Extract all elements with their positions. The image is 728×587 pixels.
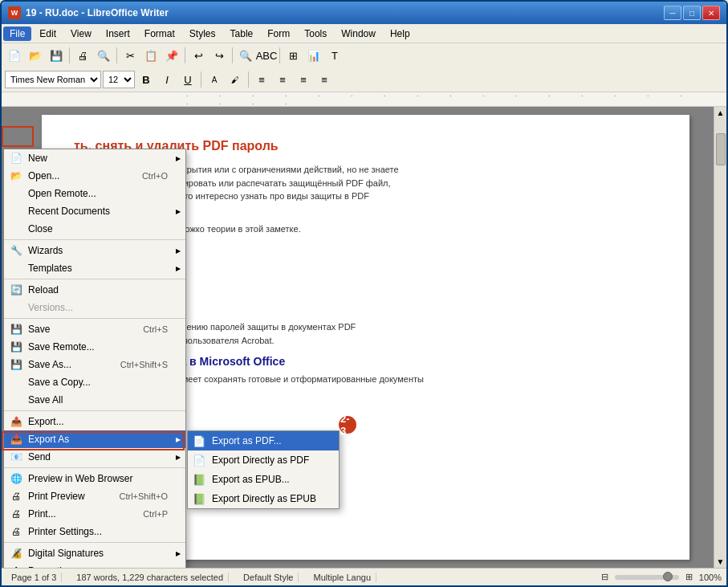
align-left-btn[interactable]: ≡ bbox=[252, 70, 271, 89]
sep2 bbox=[116, 47, 117, 63]
open-btn[interactable]: 📂 bbox=[26, 46, 45, 65]
menu-edit[interactable]: Edit bbox=[33, 26, 63, 41]
ruler: · · · · · · · · · · · · · · · · · · · · bbox=[2, 92, 726, 107]
menu-item-save[interactable]: 💾 Save Ctrl+S bbox=[4, 320, 185, 338]
menu-item-wizards[interactable]: 🔧 Wizards bbox=[4, 242, 185, 259]
save-btn[interactable]: 💾 bbox=[47, 46, 66, 65]
scroll-down-btn[interactable]: ▼ bbox=[717, 557, 725, 568]
find-btn[interactable]: 🔍 bbox=[236, 46, 255, 65]
menu-item-close[interactable]: Close bbox=[4, 220, 185, 238]
open-remote-label: Open Remote... bbox=[28, 188, 96, 199]
menu-item-preview-web[interactable]: 🌐 Preview in Web Browser bbox=[4, 470, 185, 487]
menu-form[interactable]: Form bbox=[261, 26, 296, 41]
menu-item-open[interactable]: 📂 Open... Ctrl+O bbox=[4, 167, 185, 185]
word-count: 187 words, 1,229 characters selected bbox=[71, 573, 229, 582]
direct-pdf-icon: 📄 bbox=[191, 452, 207, 468]
textbox-btn[interactable]: T bbox=[325, 46, 344, 65]
menu-item-recent[interactable]: Recent Documents bbox=[4, 202, 185, 220]
font-size-select[interactable]: 12 bbox=[103, 71, 135, 88]
open-shortcut: Ctrl+O bbox=[142, 171, 168, 181]
menu-tools[interactable]: Tools bbox=[298, 26, 333, 41]
menu-table[interactable]: Table bbox=[224, 26, 260, 41]
menu-insert[interactable]: Insert bbox=[100, 26, 136, 41]
redo-btn[interactable]: ↪ bbox=[209, 46, 229, 65]
print-preview-shortcut: Ctrl+Shift+O bbox=[119, 491, 168, 501]
menu-item-save-as[interactable]: 💾 Save As... Ctrl+Shift+S bbox=[4, 356, 185, 373]
paste-btn[interactable]: 📌 bbox=[162, 46, 181, 65]
menu-item-open-remote[interactable]: Open Remote... bbox=[4, 185, 185, 202]
wizards-label: Wizards bbox=[28, 245, 63, 256]
zoom-slider[interactable] bbox=[615, 575, 679, 580]
save-label: Save bbox=[28, 324, 50, 335]
font-color-btn[interactable]: A bbox=[205, 70, 224, 89]
menu-item-new[interactable]: 📄 New bbox=[4, 149, 185, 167]
save-icon: 💾 bbox=[9, 322, 23, 336]
step-badge-2-3: 2-3 bbox=[339, 416, 356, 434]
print-preview-label: Print Preview bbox=[28, 491, 85, 502]
menu-item-versions: Versions... bbox=[4, 299, 185, 316]
submenu-item-export-direct-epub[interactable]: 📗 Export Directly as EPUB bbox=[188, 489, 339, 508]
menu-item-print-preview[interactable]: 🖨 Print Preview Ctrl+Shift+O bbox=[4, 487, 185, 505]
undo-btn[interactable]: ↩ bbox=[189, 46, 208, 65]
sep7 bbox=[248, 71, 249, 88]
menu-item-digital-sigs[interactable]: 🔏 Digital Signatures bbox=[4, 544, 185, 562]
menu-window[interactable]: Window bbox=[335, 26, 382, 41]
chart-btn[interactable]: 📊 bbox=[304, 46, 323, 65]
close-button[interactable]: ✕ bbox=[702, 6, 720, 20]
zoom-level: 100% bbox=[699, 573, 722, 582]
menu-item-export-as[interactable]: 📤 Export As 📄 Export as PDF... 📄 Export … bbox=[4, 430, 185, 448]
submenu-item-export-epub[interactable]: 📗 Export as EPUB... bbox=[188, 470, 339, 489]
menu-item-print[interactable]: 🖨 Print... Ctrl+P bbox=[4, 505, 185, 523]
app-window: W 19 - RU.doc - LibreOffice Writer ─ □ ✕… bbox=[0, 0, 728, 587]
menu-item-printer-settings[interactable]: 🖨 Printer Settings... bbox=[4, 523, 185, 540]
title-bar-left: W 19 - RU.doc - LibreOffice Writer bbox=[8, 6, 169, 19]
sep5 bbox=[279, 47, 280, 63]
minimize-button[interactable]: ─ bbox=[664, 6, 681, 20]
menu-format[interactable]: Format bbox=[138, 26, 181, 41]
maximize-button[interactable]: □ bbox=[683, 6, 701, 20]
menu-item-templates[interactable]: Templates bbox=[4, 259, 185, 277]
new-btn[interactable]: 📄 bbox=[5, 46, 24, 65]
bold-btn[interactable]: B bbox=[136, 70, 156, 89]
vertical-scrollbar[interactable]: ▲ ▼ bbox=[714, 107, 726, 568]
submenu-item-export-pdf[interactable]: 📄 Export as PDF... bbox=[188, 431, 339, 450]
print-preview-icon: 🖨 bbox=[9, 489, 23, 503]
menu-item-reload[interactable]: 🔄 Reload bbox=[4, 281, 185, 299]
font-name-select[interactable]: Times New Roman bbox=[5, 71, 101, 88]
highlight-btn[interactable]: 🖌 bbox=[226, 70, 245, 89]
menu-item-properties[interactable]: ℹ Properties... bbox=[4, 562, 185, 568]
sep-b bbox=[4, 279, 185, 279]
digital-sigs-icon: 🔏 bbox=[9, 546, 23, 561]
menu-help[interactable]: Help bbox=[384, 26, 417, 41]
underline-btn[interactable]: U bbox=[178, 70, 197, 89]
menu-item-export[interactable]: 📤 Export... bbox=[4, 413, 185, 430]
save-as-shortcut: Ctrl+Shift+S bbox=[120, 360, 168, 369]
menu-item-save-copy[interactable]: Save a Copy... bbox=[4, 373, 185, 391]
scrollbar-thumb[interactable] bbox=[716, 133, 726, 165]
scroll-up-btn[interactable]: ▲ bbox=[717, 107, 725, 117]
menu-item-send[interactable]: 📧 Send bbox=[4, 448, 185, 466]
align-right-btn[interactable]: ≡ bbox=[294, 70, 313, 89]
menu-styles[interactable]: Styles bbox=[183, 26, 222, 41]
menu-file[interactable]: File bbox=[3, 26, 31, 41]
menu-item-save-remote[interactable]: 💾 Save Remote... bbox=[4, 338, 185, 356]
export-epub-label: Export as EPUB... bbox=[212, 474, 290, 485]
print-btn[interactable]: 🖨 bbox=[73, 46, 92, 65]
pdf-icon: 📄 bbox=[191, 433, 207, 449]
menu-view[interactable]: View bbox=[64, 26, 98, 41]
preview-btn[interactable]: 🔍 bbox=[94, 46, 113, 65]
preview-web-icon: 🌐 bbox=[9, 471, 23, 486]
language-info: Multiple Langu bbox=[308, 573, 376, 582]
sep-f bbox=[4, 542, 185, 543]
table-btn[interactable]: ⊞ bbox=[283, 46, 303, 65]
spell-btn[interactable]: ABC bbox=[257, 46, 276, 65]
align-center-btn[interactable]: ≡ bbox=[273, 70, 292, 89]
cut-btn[interactable]: ✂ bbox=[120, 46, 140, 65]
menu-item-save-all[interactable]: Save All bbox=[4, 391, 185, 409]
properties-label: Properties... bbox=[28, 565, 80, 568]
submenu-item-export-direct-pdf[interactable]: 📄 Export Directly as PDF bbox=[188, 450, 339, 470]
italic-btn[interactable]: I bbox=[157, 70, 177, 89]
status-bar: Page 1 of 3 187 words, 1,229 characters … bbox=[2, 568, 726, 585]
align-justify-btn[interactable]: ≡ bbox=[315, 70, 334, 89]
copy-btn[interactable]: 📋 bbox=[141, 46, 161, 65]
